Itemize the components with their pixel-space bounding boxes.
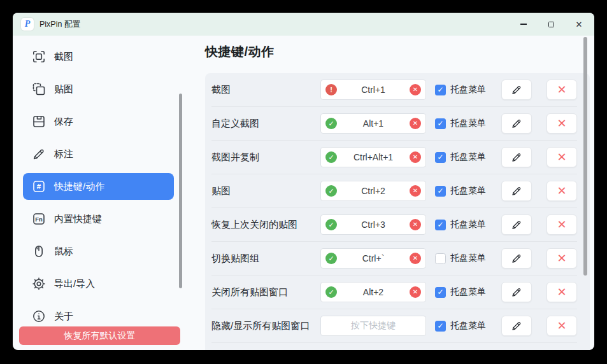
hotkey-value: Alt+2 <box>337 287 410 297</box>
maximize-button[interactable] <box>541 13 561 36</box>
delete-hotkey-button[interactable]: ✕ <box>546 214 577 235</box>
sidebar-item-label: 关于 <box>54 311 73 323</box>
pencil-icon <box>511 151 522 163</box>
clear-hotkey-icon[interactable]: ✕ <box>410 118 421 129</box>
delete-hotkey-button[interactable]: ✕ <box>546 113 577 134</box>
sidebar-item-pin-image[interactable]: 贴图 <box>23 76 174 102</box>
sidebar-item-builtin-hotkeys[interactable]: 内置快捷键 <box>23 206 174 232</box>
sidebar-item-mouse[interactable]: 鼠标 <box>23 238 174 265</box>
tray-menu-label: 托盘菜单 <box>450 84 486 95</box>
delete-hotkey-button[interactable]: ✕ <box>546 147 577 167</box>
delete-hotkey-button[interactable]: ✕ <box>546 80 577 100</box>
pencil-icon <box>511 118 522 129</box>
delete-x-icon: ✕ <box>557 118 566 129</box>
save-icon <box>32 115 46 129</box>
sidebar-item-label: 标注 <box>54 148 73 160</box>
edit-hotkey-button[interactable] <box>501 282 532 302</box>
pencil-icon <box>32 147 46 161</box>
clear-hotkey-icon[interactable]: ✕ <box>410 185 421 197</box>
edit-hotkey-button[interactable] <box>501 214 532 235</box>
tray-menu-checkbox[interactable]: ✓ <box>435 118 446 129</box>
minimize-icon <box>520 24 527 24</box>
sidebar-item-label: 贴图 <box>54 83 73 95</box>
tray-menu-checkbox[interactable] <box>435 253 446 264</box>
clear-hotkey-icon[interactable]: ✕ <box>410 219 421 230</box>
hotkey-action-label: 隐藏/显示所有贴图窗口 <box>211 320 320 332</box>
tray-menu-checkbox[interactable]: ✓ <box>435 321 446 332</box>
clear-hotkey-icon[interactable]: ✕ <box>410 286 421 298</box>
hotkey-input[interactable]: ✓ Ctrl+` ✕ <box>320 248 426 269</box>
tray-menu-label: 托盘菜单 <box>450 118 486 129</box>
delete-hotkey-button[interactable]: ✕ <box>546 181 577 201</box>
delete-x-icon: ✕ <box>557 253 566 264</box>
delete-x-icon: ✕ <box>557 84 566 95</box>
gear-icon <box>32 277 46 291</box>
sidebar-item-about[interactable]: 关于 <box>23 303 174 330</box>
hotkey-input[interactable]: ✓ Ctrl+3 ✕ <box>320 214 426 235</box>
info-icon <box>32 309 46 323</box>
hotkey-status-icon: ✓ <box>325 151 337 163</box>
delete-x-icon: ✕ <box>557 185 566 197</box>
delete-x-icon: ✕ <box>557 219 566 230</box>
sidebar-item-label: 截图 <box>54 51 73 63</box>
edit-hotkey-button[interactable] <box>501 316 532 336</box>
sidebar-item-import-export[interactable]: 导出/导入 <box>23 270 174 297</box>
clear-hotkey-icon[interactable]: ✕ <box>410 253 421 264</box>
edit-hotkey-button[interactable] <box>501 248 532 269</box>
sidebar-item-label: 保存 <box>54 116 73 128</box>
hotkey-input[interactable]: ! Ctrl+1 ✕ <box>320 80 426 100</box>
hotkey-value: Alt+1 <box>337 118 410 129</box>
hotkey-value: Ctrl+3 <box>337 220 410 230</box>
tray-menu-checkbox[interactable]: ✓ <box>435 152 446 163</box>
hotkey-status-icon: ✓ <box>325 185 337 197</box>
edit-hotkey-button[interactable] <box>501 181 532 201</box>
maximize-icon <box>548 22 554 27</box>
tray-menu-checkbox[interactable]: ✓ <box>435 186 446 197</box>
hotkey-input[interactable]: 按下快捷键 <box>320 316 426 336</box>
hotkey-row: 恢复上次关闭的贴图 ✓ Ctrl+3 ✕ ✓ 托盘菜单 ✕ <box>211 208 577 242</box>
hotkey-input[interactable]: ✓ Alt+1 ✕ <box>320 113 426 134</box>
sidebar-item-screenshot[interactable]: 截图 <box>23 43 174 70</box>
hotkey-row: 切换贴图组 ✓ Ctrl+` ✕ 托盘菜单 ✕ <box>211 242 577 276</box>
tray-menu-label: 托盘菜单 <box>450 253 486 264</box>
pencil-icon <box>511 185 522 197</box>
pixpin-config-window: P PixPin 配置 ✕ 截图 贴图 保存 标注 快捷键/动作 内置快捷键 鼠… <box>13 13 594 350</box>
hotkey-list-panel: 截图 ! Ctrl+1 ✕ ✓ 托盘菜单 ✕ 自定义截图 ✓ Alt+1 ✕ ✓… <box>205 73 590 350</box>
hotkey-input[interactable]: ✓ Alt+2 ✕ <box>320 282 426 302</box>
sidebar: 截图 贴图 保存 标注 快捷键/动作 内置快捷键 鼠标 导出/导入 关于 恢复所… <box>13 36 192 350</box>
edit-hotkey-button[interactable] <box>501 80 532 100</box>
clear-hotkey-icon[interactable]: ✕ <box>410 151 421 163</box>
sidebar-item-annotate[interactable]: 标注 <box>23 141 174 167</box>
pencil-icon <box>511 253 522 264</box>
tray-menu-checkbox[interactable]: ✓ <box>435 287 446 298</box>
sidebar-item-hotkeys[interactable]: 快捷键/动作 <box>23 173 174 200</box>
sidebar-item-save[interactable]: 保存 <box>23 108 174 135</box>
hotkey-action-label: 恢复上次关闭的贴图 <box>211 219 320 231</box>
main-scrollbar[interactable] <box>583 37 587 276</box>
tray-menu-checkbox[interactable]: ✓ <box>435 220 446 230</box>
delete-x-icon: ✕ <box>557 320 566 332</box>
delete-hotkey-button[interactable]: ✕ <box>546 282 577 302</box>
pencil-icon <box>511 286 522 298</box>
sidebar-item-label: 快捷键/动作 <box>54 181 104 193</box>
hotkey-hash-icon <box>32 179 46 193</box>
delete-hotkey-button[interactable]: ✕ <box>546 248 577 269</box>
hotkey-status-icon: ✓ <box>325 286 337 298</box>
minimize-button[interactable] <box>514 13 533 36</box>
delete-hotkey-button[interactable]: ✕ <box>546 316 577 336</box>
hotkey-value: Ctrl+Alt+1 <box>337 152 410 162</box>
clear-hotkey-icon[interactable]: ✕ <box>410 84 421 95</box>
reset-defaults-button[interactable]: 恢复所有默认设置 <box>19 326 180 345</box>
close-button[interactable]: ✕ <box>569 13 589 36</box>
fn-key-icon <box>32 212 46 226</box>
hotkey-row: 贴图 ✓ Ctrl+2 ✕ ✓ 托盘菜单 ✕ <box>211 174 577 208</box>
edit-hotkey-button[interactable] <box>501 113 532 134</box>
edit-hotkey-button[interactable] <box>501 147 532 167</box>
hotkey-input[interactable]: ✓ Ctrl+Alt+1 ✕ <box>320 147 426 167</box>
hotkey-input[interactable]: ✓ Ctrl+2 ✕ <box>320 181 426 201</box>
tray-menu-checkbox[interactable]: ✓ <box>435 85 446 95</box>
sidebar-item-label: 导出/导入 <box>54 278 95 290</box>
sidebar-scrollbar[interactable] <box>179 94 182 288</box>
pencil-icon <box>511 219 522 230</box>
hotkey-action-label: 切换贴图组 <box>211 253 320 265</box>
